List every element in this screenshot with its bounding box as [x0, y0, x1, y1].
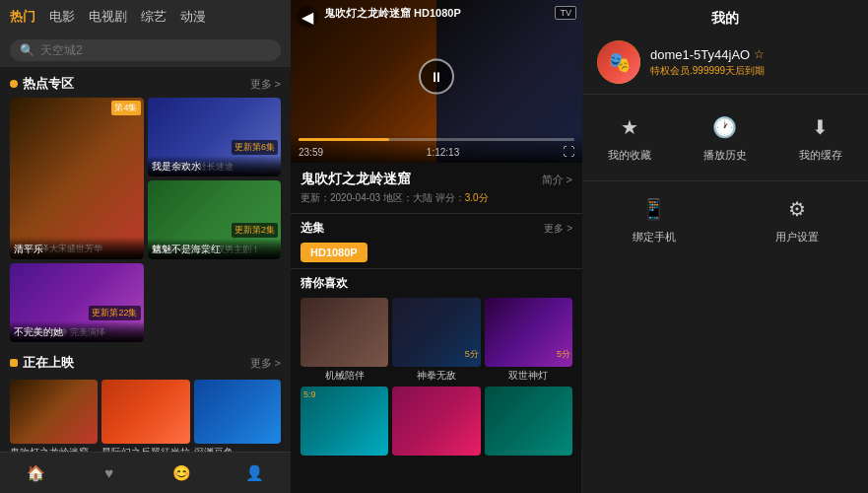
hot-section-header: 热点专区 更多 > — [0, 67, 291, 98]
showing-thumb-2 — [101, 380, 190, 444]
settings-label: 用户设置 — [775, 230, 819, 245]
search-wrap[interactable]: 🔍 — [10, 39, 281, 61]
pause-button[interactable]: ⏸ — [419, 58, 454, 94]
user-profile: 🎭 dome1-5Ty44jAO ☆ 特权会员.999999天后到期 — [582, 35, 868, 95]
mid-panel: ◀ 鬼吹灯之龙岭迷窟 HD1080P TV ⏸ 23:59 1:12:13 ⛶ … — [291, 0, 582, 493]
hot-item-3-title: 魑魅不是海棠红 — [148, 239, 282, 259]
hot-item-1-badge: 第4集 — [111, 101, 140, 115]
search-icon: 🔍 — [20, 43, 34, 57]
func-settings[interactable]: ⚙ 用户设置 — [725, 186, 868, 252]
phone-label: 绑定手机 — [633, 230, 676, 245]
right-title: 我的 — [711, 10, 739, 26]
rec-score-4: 5:9 — [303, 389, 316, 399]
player-controls: 23:59 1:12:13 ⛶ — [291, 134, 582, 163]
user-info: dome1-5Ty44jAO ☆ 特权会员.999999天后到期 — [650, 47, 853, 78]
home-icon: 🏠 — [28, 464, 45, 482]
history-icon: 🕐 — [710, 112, 740, 142]
time-row: 23:59 1:12:13 ⛶ — [299, 145, 574, 159]
rec-item-2[interactable]: 5分 神拳无敌 — [392, 298, 480, 383]
username-row: dome1-5Ty44jAO ☆ — [650, 47, 853, 62]
hot-dot-icon — [10, 80, 18, 88]
progress-fill — [299, 138, 389, 141]
hot-item-1[interactable]: 清平乐 看主演绎大宋盛世芳华 第4集 — [10, 98, 144, 259]
cache-label: 我的缓存 — [799, 148, 842, 163]
nav-variety[interactable]: 综艺 — [141, 8, 167, 26]
current-time: 23:59 — [299, 147, 323, 158]
func-grid-2: 📱 绑定手机 ⚙ 用户设置 — [582, 181, 868, 257]
hot-item-2-badge: 更新第6集 — [232, 140, 278, 155]
fav-icon: ♥ — [100, 464, 118, 482]
fullscreen-icon[interactable]: ⛶ — [563, 145, 574, 159]
rec-item-6[interactable] — [485, 387, 572, 456]
collect-label: 我的收藏 — [608, 148, 651, 163]
phone-icon: 📱 — [639, 194, 669, 224]
nav-movie[interactable]: 电影 — [49, 8, 75, 26]
video-meta-text: 更新：2020-04-03 地区：大陆 评分： — [300, 192, 465, 203]
rec-item-1[interactable]: 机械陪伴 — [300, 298, 388, 383]
username-text: dome1-5Ty44jAO — [650, 47, 750, 62]
showing-title-text: 正在上映 — [23, 354, 74, 372]
func-phone[interactable]: 📱 绑定手机 — [582, 186, 725, 252]
left-tab-fav[interactable]: ♥ — [100, 464, 118, 482]
hot-item-4[interactable]: 不完美的她 三大实力女神 完美演绎 更新第22集 — [10, 263, 144, 342]
profile-icon: 👤 — [245, 464, 263, 482]
video-title-row: 鬼吹灯之龙岭迷窟 简介 > — [300, 171, 572, 188]
rec-item-5[interactable] — [392, 387, 480, 456]
back-button[interactable]: ◀ — [297, 6, 318, 28]
nav-hot[interactable]: 热门 — [10, 8, 35, 26]
ep-list: HD1080P — [300, 243, 572, 262]
rec-thumb-6 — [485, 387, 572, 456]
left-panel: 热门 电影 电视剧 综艺 动漫 🔍 热点专区 更多 > 清平乐 看主演绎大宋盛世… — [0, 0, 291, 493]
right-header: 我的 — [582, 0, 868, 35]
emoji-icon: 😊 — [172, 464, 190, 482]
func-grid-1: ★ 我的收藏 🕐 播放历史 ⬇ 我的缓存 — [582, 95, 868, 181]
hot-item-2[interactable]: 我是余欢水 范丞飞翔社 社长迷途 更新第6集 — [148, 98, 282, 176]
left-tab-home[interactable]: 🏠 — [28, 464, 45, 482]
rec-label-3: 双世神灯 — [485, 369, 572, 383]
showing-item-2[interactable]: 星际幻之反翼征米拉 — [101, 380, 190, 459]
rec-thumb-5 — [392, 387, 480, 456]
history-label: 播放历史 — [703, 148, 747, 163]
ep-btn-hd[interactable]: HD1080P — [300, 243, 367, 262]
player-title: 鬼吹灯之龙岭迷窟 HD1080P — [324, 6, 461, 21]
hot-more-link[interactable]: 更多 > — [250, 77, 281, 92]
showing-item-3[interactable]: 深渊豆鱼 — [194, 380, 282, 459]
video-meta: 更新：2020-04-03 地区：大陆 评分：3.0分 — [300, 191, 572, 205]
cache-icon: ⬇ — [806, 112, 835, 142]
rec-item-4[interactable]: 5:9 — [300, 387, 388, 456]
video-player[interactable]: ◀ 鬼吹灯之龙岭迷窟 HD1080P TV ⏸ 23:59 1:12:13 ⛶ — [291, 0, 582, 163]
func-collect[interactable]: ★ 我的收藏 — [582, 105, 678, 171]
nav-anime[interactable]: 动漫 — [180, 8, 206, 26]
rec-score-2: 5分 — [465, 348, 479, 361]
showing-more[interactable]: 更多 > — [250, 356, 281, 371]
left-tab-emoji[interactable]: 😊 — [172, 464, 190, 482]
ep-more[interactable]: 更多 > — [544, 222, 572, 236]
tv-badge: TV — [555, 6, 576, 20]
hot-item-3[interactable]: 魑魅不是海棠红 珊瑚情令及只一·双男主剧！ 更新第2集 — [148, 180, 282, 259]
left-tab-profile[interactable]: 👤 — [245, 464, 263, 482]
username-star-icon: ☆ — [754, 47, 765, 61]
func-cache[interactable]: ⬇ 我的缓存 — [772, 105, 868, 171]
showing-thumb-1 — [10, 380, 98, 444]
search-input[interactable] — [40, 43, 271, 57]
rec-title: 猜你喜欢 — [300, 275, 572, 292]
bottom-tabs-left: 🏠 ♥ 😊 👤 — [0, 452, 291, 493]
showing-icon — [10, 359, 18, 367]
showing-section: 正在上映 更多 > — [0, 342, 291, 376]
hot-section-title: 热点专区 — [10, 75, 74, 93]
progress-bar[interactable] — [299, 138, 574, 141]
rec-item-3[interactable]: 5分 双世神灯 — [485, 298, 572, 383]
hot-item-2-title: 我是余欢水 — [148, 156, 282, 176]
showing-item-1[interactable]: 鬼吹灯之龙岭迷窟 — [10, 380, 98, 459]
video-rating: 3.0分 — [465, 192, 489, 203]
pause-icon: ⏸ — [430, 68, 443, 84]
recommend-section: 猜你喜欢 机械陪伴 5分 神拳无敌 5分 双世神灯 5:9 — [291, 269, 582, 493]
hot-item-4-badge: 更新第22集 — [89, 306, 140, 320]
collect-icon: ★ — [615, 112, 644, 142]
func-history[interactable]: 🕐 播放历史 — [678, 105, 773, 171]
hot-item-3-badge: 更新第2集 — [232, 223, 278, 238]
rec-grid: 机械陪伴 5分 神拳无敌 5分 双世神灯 5:9 — [300, 298, 572, 456]
intro-button[interactable]: 简介 > — [542, 173, 572, 187]
showing-header: 正在上映 更多 > — [10, 348, 281, 376]
nav-tv[interactable]: 电视剧 — [89, 8, 127, 26]
